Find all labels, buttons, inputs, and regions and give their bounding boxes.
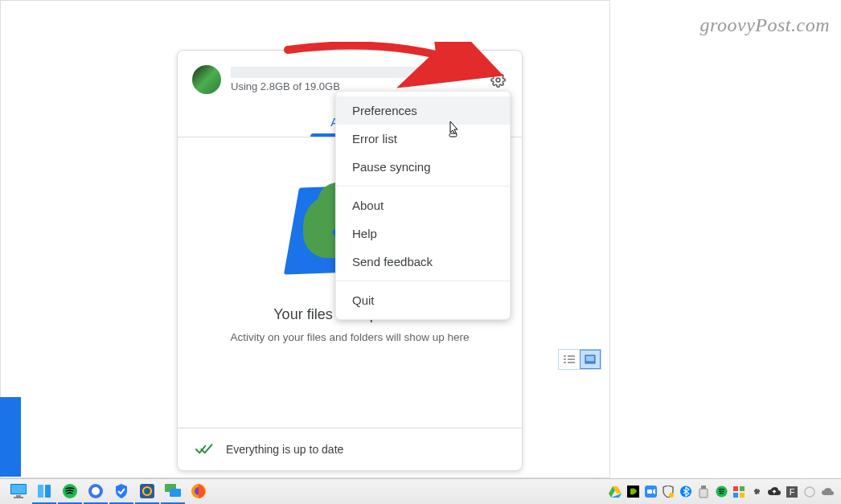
slack-icon: [751, 486, 763, 498]
taskbar-signal[interactable]: [84, 480, 108, 504]
account-name-redacted: [231, 67, 424, 78]
menu-help[interactable]: Help: [336, 219, 510, 248]
list-view-button[interactable]: [559, 350, 580, 369]
svg-rect-13: [14, 497, 23, 498]
zoom-icon: [645, 486, 657, 498]
tray-zoom[interactable]: [643, 485, 658, 499]
usb-drive-icon: [699, 486, 708, 498]
svg-rect-31: [699, 489, 708, 498]
spotify-icon: [62, 483, 78, 499]
tray-feedly[interactable]: F: [785, 485, 799, 499]
nvidia-icon: [627, 486, 639, 498]
svg-point-0: [496, 78, 500, 82]
svg-rect-15: [45, 485, 51, 498]
svg-point-18: [92, 487, 100, 495]
pointer-cursor: [445, 120, 462, 139]
svg-point-39: [805, 487, 814, 497]
menu-about[interactable]: About: [336, 191, 510, 219]
svg-rect-14: [38, 485, 43, 498]
signal-icon: [88, 483, 104, 499]
settings-menu: Preferences Error list Pause syncing Abo…: [335, 91, 511, 320]
double-check-icon: [195, 443, 213, 456]
system-tray: F: [608, 485, 835, 499]
cloud-icon: [821, 487, 835, 497]
menu-quit[interactable]: Quit: [336, 286, 510, 314]
taskbar-app-1[interactable]: [32, 480, 56, 504]
shield-check-icon: [113, 483, 129, 499]
tray-usb[interactable]: [696, 485, 711, 499]
remote-display-icon: [164, 483, 182, 499]
spotify-small-icon: [716, 486, 728, 498]
tray-slack[interactable]: [749, 485, 764, 499]
taskbar-spotify[interactable]: [58, 480, 82, 504]
menu-separator: [336, 281, 510, 281]
gear-icon: [490, 72, 506, 88]
menu-send-feedback[interactable]: Send feedback: [336, 248, 510, 276]
status-subtitle: Activity on your files and folders will …: [194, 331, 506, 343]
shield-icon: [663, 486, 674, 498]
svg-rect-22: [170, 489, 181, 497]
tray-security[interactable]: [661, 485, 675, 499]
tray-bluetooth[interactable]: [679, 485, 693, 499]
tray-drive[interactable]: [608, 485, 622, 499]
thumbnail-view-button[interactable]: [580, 350, 601, 369]
menu-error-list[interactable]: Error list: [336, 125, 510, 153]
taskbar: F: [0, 478, 841, 504]
svg-rect-30: [701, 486, 706, 489]
taskbar-firefox[interactable]: [187, 480, 211, 504]
cloud-up-icon: [768, 487, 781, 497]
view-toggle: [558, 349, 601, 370]
settings-button[interactable]: [488, 70, 507, 89]
svg-point-28: [669, 493, 674, 498]
svg-rect-35: [733, 493, 738, 498]
taskbar-snagit[interactable]: [135, 480, 159, 504]
bluetooth-icon: [680, 486, 691, 498]
firefox-icon: [191, 483, 207, 499]
taskbar-shield-app[interactable]: [109, 480, 133, 504]
snagit-icon: [139, 483, 155, 499]
f-square-icon: F: [786, 486, 798, 498]
google-drive-icon: [609, 486, 622, 498]
tray-powertoys[interactable]: [732, 485, 746, 499]
svg-rect-12: [16, 495, 21, 497]
svg-rect-11: [11, 485, 26, 494]
watermark: groovyPost.com: [700, 14, 830, 36]
tray-cloud-upload[interactable]: [767, 485, 782, 499]
blue-window-edge: [0, 397, 21, 477]
svg-rect-19: [140, 484, 154, 498]
svg-rect-34: [740, 486, 745, 491]
svg-rect-33: [733, 486, 738, 491]
server-stack-icon: [36, 483, 52, 499]
taskbar-left: [6, 480, 211, 504]
svg-rect-36: [740, 493, 745, 498]
monitor-icon: [10, 483, 27, 499]
taskbar-remote[interactable]: [161, 480, 185, 504]
svg-rect-1: [449, 133, 457, 137]
svg-rect-9: [586, 356, 594, 361]
user-avatar[interactable]: [192, 65, 221, 94]
panel-footer: Everything is up to date: [178, 428, 522, 470]
svg-text:F: F: [790, 487, 795, 497]
list-view-icon: [564, 354, 575, 364]
tray-spotify[interactable]: [714, 485, 728, 499]
menu-preferences[interactable]: Preferences: [336, 96, 510, 125]
circle-icon: [804, 486, 815, 498]
svg-rect-27: [647, 490, 652, 494]
tray-nvidia[interactable]: [626, 485, 640, 499]
menu-separator: [336, 186, 510, 186]
account-info: Using 2.8GB of 19.0GB: [231, 67, 478, 92]
footer-status-text: Everything is up to date: [226, 443, 343, 456]
tray-onedrive[interactable]: [820, 485, 835, 499]
thumbnail-view-icon: [585, 354, 596, 364]
tray-blank-circle[interactable]: [802, 485, 817, 499]
color-grid-icon: [733, 486, 745, 498]
menu-pause-syncing[interactable]: Pause syncing: [336, 153, 510, 181]
svg-point-16: [63, 484, 77, 498]
taskbar-explorer[interactable]: [6, 480, 31, 504]
